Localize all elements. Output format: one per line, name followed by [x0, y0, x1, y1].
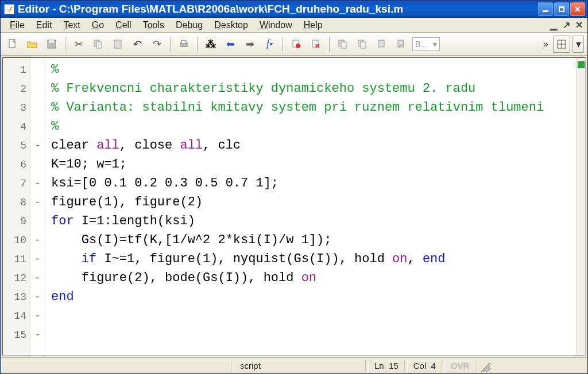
menu-tools[interactable]: Tools — [137, 19, 170, 32]
status-ovr: OVR — [444, 360, 476, 372]
exec-marker — [30, 60, 45, 79]
exec-marker — [30, 98, 45, 117]
exec-marker: - — [30, 136, 45, 155]
code-view[interactable]: %% Frekvencni charakteristiky dynamickeh… — [45, 58, 576, 355]
new-file-icon[interactable] — [4, 36, 21, 53]
line-number: 2 — [3, 79, 30, 98]
line-number: 5 — [3, 136, 30, 155]
cut-icon[interactable]: ✂ — [70, 36, 87, 53]
fx-icon[interactable]: f▾ — [261, 36, 278, 53]
code-line[interactable]: if I~=1, figure(1), nyquist(Gs(I)), hold… — [51, 250, 576, 268]
copy-icon[interactable] — [90, 36, 107, 53]
app-icon: 📝 — [4, 4, 14, 14]
toolbar-overflow-icon[interactable]: » — [541, 39, 551, 49]
menu-text[interactable]: Text — [57, 19, 86, 32]
mdi-close-icon[interactable]: ✕ — [574, 21, 584, 30]
code-line[interactable]: end — [51, 287, 576, 306]
status-col: Col 4 — [407, 360, 442, 372]
paste-icon[interactable] — [109, 36, 126, 53]
print-icon[interactable] — [175, 36, 192, 53]
status-line: Ln 15 — [368, 360, 405, 372]
line-number: 10 — [3, 231, 30, 250]
clear-all-bp-icon[interactable] — [307, 36, 324, 53]
toolbar: ✂ ↶ ↷ ⁂ ⬅ ➡ f▾ — [1, 33, 587, 56]
back-icon[interactable]: ⬅ — [222, 36, 239, 53]
undo-icon[interactable]: ↶ — [129, 36, 146, 53]
step-over-icon[interactable] — [354, 36, 371, 53]
line-number: 9 — [3, 212, 30, 231]
code-line[interactable]: ksi=[0 0.1 0.2 0.3 0.5 0.7 1]; — [51, 174, 576, 193]
line-number: 6 — [3, 155, 30, 174]
dropdown-icon[interactable]: ▾ — [572, 36, 584, 53]
message-strip[interactable] — [576, 58, 585, 355]
line-number-gutter: 123456789101112131415 — [3, 58, 30, 355]
step-out-icon[interactable] — [373, 36, 390, 53]
stack-selector[interactable]: B... ▾ — [412, 37, 440, 51]
open-folder-icon[interactable] — [24, 36, 41, 53]
forward-icon[interactable]: ➡ — [241, 36, 258, 53]
code-line[interactable]: % Varianta: stabilni kmitavy system pri … — [51, 98, 576, 117]
redo-icon[interactable]: ↷ — [148, 36, 165, 53]
svg-rect-16 — [378, 40, 384, 47]
svg-point-10 — [296, 44, 300, 48]
line-number: 13 — [3, 287, 30, 306]
line-number: 8 — [3, 193, 30, 212]
line-number: 15 — [3, 325, 30, 344]
exec-marker — [30, 117, 45, 136]
find-icon[interactable]: ⁂ — [202, 36, 219, 53]
mdi-minimize-icon[interactable]: ▁ — [548, 21, 559, 30]
line-number: 11 — [3, 250, 30, 268]
code-line[interactable]: Gs(I)=tf(K,[1/w^2 2*ksi(I)/w 1]); — [51, 231, 576, 250]
continue-icon[interactable] — [393, 36, 410, 53]
svg-rect-8 — [181, 41, 186, 44]
code-line[interactable]: % — [51, 60, 576, 79]
titlebar: 📝 Editor - C:\Program Files\MATLAB\R2006… — [1, 1, 587, 18]
save-icon[interactable] — [43, 36, 60, 53]
exec-marker — [30, 212, 45, 231]
menu-go[interactable]: Go — [86, 19, 110, 32]
stack-label: B... — [415, 40, 427, 49]
line-number: 3 — [3, 98, 30, 117]
grid-view-icon[interactable] — [553, 36, 570, 53]
code-line[interactable]: % Frekvencni charakteristiky dynamickeho… — [51, 79, 576, 98]
svg-rect-15 — [361, 42, 366, 48]
exec-marker: - — [30, 325, 45, 344]
window-title: Editor - C:\Program Files\MATLAB\R2006a\… — [18, 3, 538, 15]
maximize-button[interactable] — [554, 2, 569, 16]
code-line[interactable]: % — [51, 117, 576, 136]
exec-marker: - — [30, 174, 45, 193]
exec-marker: - — [30, 250, 45, 268]
editor-area: 123456789101112131415 --------- %% Frekv… — [2, 57, 586, 356]
status-file-type: script — [234, 360, 366, 372]
exec-marker — [30, 79, 45, 98]
code-line[interactable]: K=10; w=1; — [51, 155, 576, 174]
close-button[interactable]: ✕ — [570, 2, 585, 16]
menu-debug[interactable]: Debug — [170, 19, 208, 32]
svg-rect-17 — [398, 40, 404, 47]
svg-rect-6 — [116, 40, 119, 41]
mdi-restore-icon[interactable]: ↗ — [561, 21, 571, 30]
set-clear-bp-icon[interactable] — [288, 36, 305, 53]
line-number: 7 — [3, 174, 30, 193]
minimize-button[interactable] — [538, 2, 553, 16]
exec-marker: - — [30, 268, 45, 287]
svg-rect-5 — [114, 40, 121, 48]
line-number: 4 — [3, 117, 30, 136]
exec-marker-column: --------- — [30, 58, 45, 355]
line-number: 14 — [3, 306, 30, 325]
code-line[interactable]: clear all, close all, clc — [51, 136, 576, 155]
menu-edit[interactable]: Edit — [30, 19, 58, 32]
line-number: 12 — [3, 268, 30, 287]
menu-cell[interactable]: Cell — [110, 19, 137, 32]
menu-file[interactable]: File — [4, 19, 30, 32]
resize-grip-icon[interactable] — [478, 360, 490, 372]
svg-rect-4 — [96, 42, 102, 48]
menu-window[interactable]: Window — [254, 19, 298, 32]
step-in-icon[interactable] — [334, 36, 351, 53]
code-line[interactable]: for I=1:length(ksi) — [51, 212, 576, 231]
menu-help[interactable]: Help — [298, 19, 328, 32]
code-line[interactable]: figure(2), bode(Gs(I)), hold on — [51, 268, 576, 287]
code-line[interactable]: figure(1), figure(2) — [51, 193, 576, 212]
statusbar: script Ln 15 Col 4 OVR — [1, 357, 587, 373]
menu-desktop[interactable]: Desktop — [208, 19, 254, 32]
